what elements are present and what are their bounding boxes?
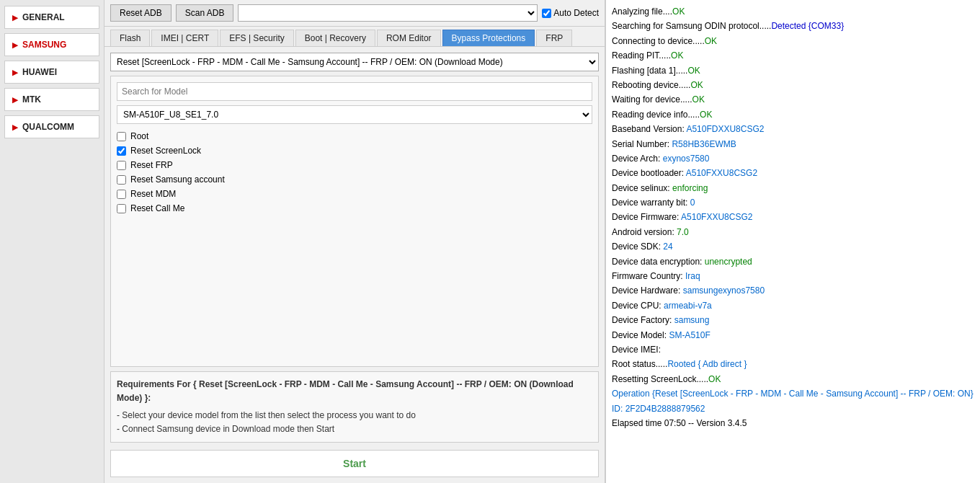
sidebar-item-samsung[interactable]: ▶ SAMSUNG <box>4 33 99 56</box>
reset-mdm-label: Reset MDM <box>130 189 176 199</box>
log-line-25: Root status.....Rooted { Adb direct } <box>612 357 974 371</box>
log-line-19: Firmware Country: Iraq <box>612 269 974 283</box>
options-box: SM-A510F_U8_SE1_7.0 Root Reset ScreenLoc… <box>110 76 599 367</box>
requirements-title: Requirements For { Reset [ScreenLock - F… <box>117 378 592 405</box>
log-line-9: Baseband Version: A510FDXXU8CSG2 <box>612 122 974 136</box>
requirements-line-2: - Connect Samsung device in Download mod… <box>117 422 592 436</box>
log-line-18: Device data encryption: unencrypted <box>612 254 974 269</box>
requirements-line-1: - Select your device model from the list… <box>117 409 592 422</box>
reset-screenlock-label: Reset ScreenLock <box>130 146 201 156</box>
log-line-6: Rebooting device.....OK <box>612 78 974 92</box>
reset-samsung-account-label: Reset Samsung account <box>130 174 225 185</box>
sidebar-item-general[interactable]: ▶ GENERAL <box>4 6 99 29</box>
log-line-20: Device Hardware: samsungexynos7580 <box>612 283 974 298</box>
root-label: Root <box>130 131 148 141</box>
log-line-17: Device SDK: 24 <box>612 239 974 254</box>
tab-efs-security[interactable]: EFS | Security <box>220 30 293 46</box>
log-line-7: Waiting for device.....OK <box>612 92 974 107</box>
operation-dropdown-row: Reset [ScreenLock - FRP - MDM - Call Me … <box>110 53 599 71</box>
sidebar-item-mtk-label: MTK <box>22 94 41 105</box>
checkbox-reset-frp: Reset FRP <box>117 159 592 172</box>
root-checkbox[interactable] <box>117 132 126 141</box>
log-line-10: Serial Number: R58HB36EWMB <box>612 137 974 151</box>
reset-screenlock-checkbox[interactable] <box>117 146 126 156</box>
reset-frp-checkbox[interactable] <box>117 161 126 170</box>
main-panel: Reset ADB Scan ADB Auto Detect Flash IME… <box>104 0 605 483</box>
toolbar: Reset ADB Scan ADB Auto Detect <box>104 0 605 27</box>
search-input[interactable] <box>117 82 592 101</box>
log-line-21: Device CPU: armeabi-v7a <box>612 298 974 313</box>
log-line-29: Elapsed time 07:50 -- Version 3.4.5 <box>612 416 974 430</box>
port-select[interactable] <box>238 4 538 22</box>
chevron-right-icon: ▶ <box>12 96 18 104</box>
log-line-4: Reading PIT.....OK <box>612 48 974 63</box>
reset-adb-button[interactable]: Reset ADB <box>110 4 172 22</box>
reset-call-me-checkbox[interactable] <box>117 204 126 213</box>
log-line-15: Device Firmware: A510FXXU8CSG2 <box>612 210 974 224</box>
reset-frp-label: Reset FRP <box>130 160 173 170</box>
log-line-5: Flashing [data 1].....OK <box>612 63 974 78</box>
log-line-8: Reading device info.....OK <box>612 107 974 122</box>
tab-flash[interactable]: Flash <box>110 30 150 46</box>
log-line-12: Device bootloader: A510FXXU8CSG2 <box>612 166 974 180</box>
chevron-right-icon: ▶ <box>12 123 18 131</box>
log-line-13: Device selinux: enforcing <box>612 181 974 195</box>
tab-boot-recovery[interactable]: Boot | Recovery <box>295 30 375 46</box>
sidebar-item-qualcomm-label: QUALCOMM <box>22 122 74 132</box>
log-line-28: ID: 2F2D4B2888879562 <box>612 402 974 416</box>
auto-detect-label: Auto Detect <box>553 8 599 18</box>
tab-frp[interactable]: FRP <box>536 30 572 46</box>
checkbox-reset-mdm: Reset MDM <box>117 187 592 200</box>
log-line-23: Device Model: SM-A510F <box>612 328 974 342</box>
checkbox-reset-call-me: Reset Call Me <box>117 202 592 215</box>
tab-imei-cert[interactable]: IMEI | CERT <box>151 30 218 46</box>
log-line-11: Device Arch: exynos7580 <box>612 151 974 166</box>
chevron-right-icon: ▶ <box>12 14 18 22</box>
start-button[interactable]: Start <box>110 450 599 477</box>
reset-call-me-label: Reset Call Me <box>130 203 184 213</box>
checkbox-reset-screenlock: Reset ScreenLock <box>117 144 592 157</box>
chevron-right-icon: ▶ <box>12 41 18 49</box>
chevron-right-icon: ▶ <box>12 68 18 76</box>
log-line-22: Device Factory: samsung <box>612 313 974 327</box>
model-dropdown[interactable]: SM-A510F_U8_SE1_7.0 <box>117 105 592 124</box>
auto-detect-checkbox[interactable] <box>542 9 551 18</box>
sidebar-item-mtk[interactable]: ▶ MTK <box>4 88 99 111</box>
sidebar-item-qualcomm[interactable]: ▶ QUALCOMM <box>4 115 99 138</box>
reset-samsung-account-checkbox[interactable] <box>117 175 126 185</box>
log-panel: Analyzing file....OK Searching for Samsu… <box>605 0 980 483</box>
requirements-box: Requirements For { Reset [ScreenLock - F… <box>110 371 599 443</box>
sidebar-item-huawei-label: HUAWEI <box>22 67 57 77</box>
log-line-27: Operation {Reset [ScreenLock - FRP - MDM… <box>612 386 974 401</box>
sidebar: ▶ GENERAL ▶ SAMSUNG ▶ HUAWEI ▶ MTK ▶ QUA… <box>0 0 104 483</box>
scan-adb-button[interactable]: Scan ADB <box>176 4 234 22</box>
log-line-3: Connecting to device.....OK <box>612 34 974 48</box>
log-line-26: Resetting ScreenLock.....OK <box>612 372 974 386</box>
log-line-2: Searching for Samsung ODIN protocol.....… <box>612 19 974 33</box>
tab-bypass-protections[interactable]: Bypass Protections <box>442 30 535 46</box>
content-area: Reset [ScreenLock - FRP - MDM - Call Me … <box>104 47 605 483</box>
log-line-16: Android version: 7.0 <box>612 225 974 239</box>
sidebar-item-samsung-label: SAMSUNG <box>22 40 66 50</box>
checkbox-root: Root <box>117 130 592 143</box>
log-line-24: Device IMEI: <box>612 342 974 357</box>
checkbox-reset-samsung-account: Reset Samsung account <box>117 173 592 186</box>
log-line-14: Device warranty bit: 0 <box>612 195 974 210</box>
auto-detect-wrap: Auto Detect <box>542 8 599 18</box>
tab-rom-editor[interactable]: ROM Editor <box>377 30 441 46</box>
tab-bar: Flash IMEI | CERT EFS | Security Boot | … <box>104 27 605 47</box>
sidebar-item-huawei[interactable]: ▶ HUAWEI <box>4 61 99 84</box>
sidebar-item-general-label: GENERAL <box>22 12 65 22</box>
reset-mdm-checkbox[interactable] <box>117 190 126 199</box>
operation-select[interactable]: Reset [ScreenLock - FRP - MDM - Call Me … <box>110 53 599 71</box>
log-line-1: Analyzing file....OK <box>612 4 974 19</box>
